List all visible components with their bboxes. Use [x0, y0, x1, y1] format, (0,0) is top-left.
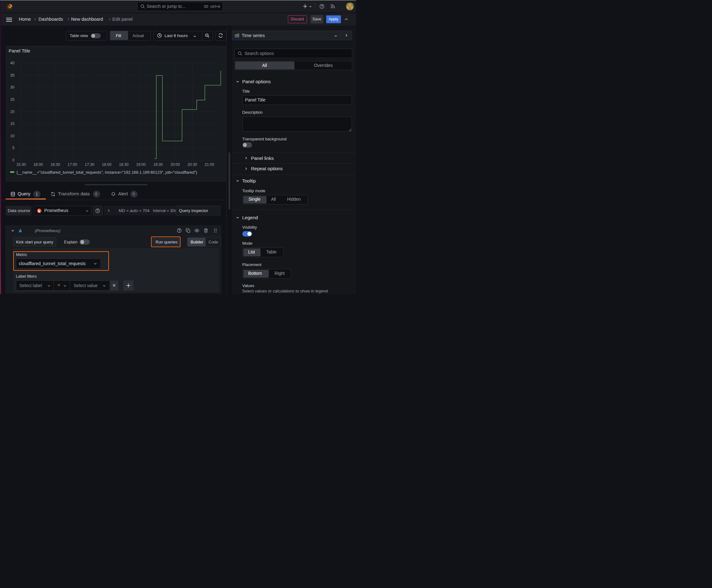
svg-text:20:30: 20:30	[188, 162, 197, 167]
svg-text:18:30: 18:30	[119, 162, 129, 167]
svg-text:10: 10	[10, 133, 15, 138]
svg-text:18:00: 18:00	[102, 162, 111, 167]
svg-text:16:30: 16:30	[50, 162, 60, 167]
svg-text:0: 0	[12, 158, 15, 162]
svg-text:15: 15	[10, 122, 15, 126]
svg-text:17:00: 17:00	[67, 162, 77, 167]
svg-text:16:00: 16:00	[33, 162, 43, 167]
svg-text:{__name__="cloudflared_tunnel_: {__name__="cloudflared_tunnel_total_requ…	[16, 170, 197, 174]
svg-text:21:00: 21:00	[204, 162, 214, 167]
svg-text:40: 40	[10, 61, 15, 65]
svg-text:17:30: 17:30	[84, 162, 94, 167]
svg-text:35: 35	[10, 73, 15, 77]
svg-text:20: 20	[10, 109, 15, 114]
svg-text:15:30: 15:30	[16, 162, 26, 167]
svg-text:20:00: 20:00	[170, 162, 180, 167]
svg-text:19:30: 19:30	[153, 162, 163, 167]
svg-text:19:00: 19:00	[136, 162, 146, 167]
svg-text:30: 30	[10, 85, 15, 89]
svg-text:5: 5	[12, 146, 15, 150]
svg-text:25: 25	[10, 97, 15, 102]
